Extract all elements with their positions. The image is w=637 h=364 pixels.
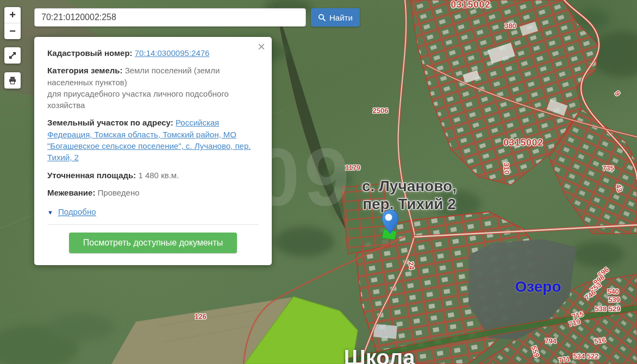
parcel-label: 559 — [530, 345, 540, 359]
parcel-label: 539 — [608, 296, 620, 303]
area-value: 1 480 кв.м. — [138, 171, 179, 180]
fullscreen-button[interactable] — [4, 47, 21, 64]
area-row: Уточненная площадь: 1 480 кв.м. — [47, 170, 259, 181]
view-documents-button[interactable]: Посмотреть доступные документы — [69, 233, 238, 253]
address-row: Земельный участок по адресу: Российская … — [47, 117, 259, 163]
parcel-label: 2506 — [373, 107, 389, 114]
zoom-in-button[interactable]: + — [4, 7, 21, 23]
search-icon — [318, 14, 326, 22]
place-label-line1: с. Лучаново, — [347, 177, 472, 195]
parcel-label: 0315002 — [503, 138, 543, 147]
parcel-label: 0315002 — [451, 0, 490, 9]
parcel-label: 24 — [408, 261, 416, 270]
expand-icon — [8, 51, 17, 60]
land-category-row: Категория земель: Земли поселений (земли… — [47, 65, 259, 111]
parcel-label: 9 — [614, 90, 622, 97]
map-canvas[interactable]: 09 0315002380250611790315002310973543126… — [0, 0, 637, 364]
close-icon[interactable]: × — [258, 40, 265, 53]
search-button[interactable]: Найти — [311, 8, 360, 27]
area-label: Уточненная площадь: — [47, 171, 136, 180]
parcel-label: 794 — [545, 337, 557, 344]
search-button-label: Найти — [329, 13, 353, 22]
parcel-label: 43 — [615, 183, 623, 192]
cadastral-number-link[interactable]: 70:14:0300095:2476 — [135, 48, 210, 58]
place-label: с. Лучаново, пер. Тихий 2 — [347, 177, 472, 213]
lake-label: Озеро — [515, 278, 561, 296]
parcel-label: 310 — [503, 162, 510, 174]
parcel-label: 540 — [607, 288, 619, 295]
place-label-line2: пер. Тихий 2 — [347, 195, 472, 213]
cadastral-number-label: Кадастровый номер: — [47, 48, 133, 58]
parcel-info-card: × Кадастровый номер: 70:14:0300095:2476 … — [34, 37, 272, 265]
school-label: Школа — [344, 346, 415, 364]
parcel-label: 719 — [568, 318, 581, 328]
details-link[interactable]: Подробно — [58, 207, 96, 217]
parcel-label: 516 — [594, 336, 606, 345]
divider — [47, 224, 259, 225]
parcel-label: 771 — [558, 355, 570, 364]
zoom-control: + − — [4, 7, 21, 39]
survey-value: Проведено — [98, 188, 140, 197]
parcel-label: 1179 — [345, 164, 360, 171]
chevron-down-icon: ▼ — [47, 209, 53, 216]
address-label: Земельный участок по адресу: — [47, 118, 173, 127]
print-button[interactable] — [4, 72, 21, 89]
printer-icon — [8, 76, 17, 85]
survey-label: Межевание: — [47, 188, 95, 197]
search-input[interactable] — [34, 8, 306, 27]
pin-hole — [385, 214, 392, 221]
zoom-out-button[interactable]: − — [4, 23, 21, 39]
cadastral-number-row: Кадастровый номер: 70:14:0300095:2476 — [47, 47, 259, 59]
survey-row: Межевание: Проведено — [47, 187, 259, 198]
parcel-label: 534 522 — [573, 353, 599, 360]
map-marker[interactable] — [378, 209, 403, 242]
parcel-label: 735 — [602, 165, 614, 172]
land-category-label: Категория земель: — [47, 66, 122, 75]
parcel-label: 126 — [195, 313, 207, 320]
parcel-label: 538 529 — [595, 305, 621, 312]
land-use-value: для приусадебного участка личного подсоб… — [47, 88, 259, 111]
details-row: ▼ Подробно — [47, 206, 259, 217]
parcel-label: 380 — [504, 22, 516, 29]
